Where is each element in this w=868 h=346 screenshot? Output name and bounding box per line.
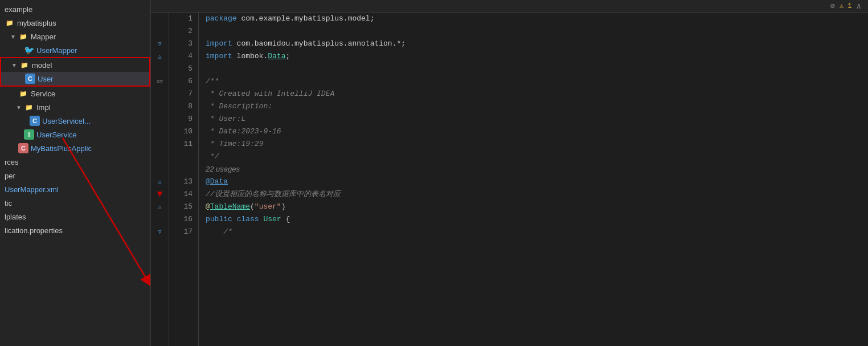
code-line-17: /* [206, 226, 868, 238]
chevron-up-icon[interactable]: ∧ [857, 1, 861, 11]
ln-5: 5 [171, 63, 193, 75]
gutter-2 [151, 25, 169, 38]
gutter-10 [151, 125, 169, 138]
ln-11: 11 [171, 138, 193, 150]
gutter-15: △ [151, 201, 169, 213]
code-line-7: * Created with IntelliJ IDEA [206, 88, 868, 100]
sidebar-item-example[interactable]: example [0, 2, 150, 16]
sidebar-item-usermapper[interactable]: 🐦 UserMapper [0, 43, 150, 57]
ln-4: 4 [171, 50, 193, 63]
code-line-3: import com.baomidou.mybatisplus.annotati… [206, 38, 868, 50]
code-area: ▽ △ ≡▽ △ ▼ △ [151, 13, 868, 346]
sidebar-item-licprops[interactable]: lication.properties [0, 223, 150, 237]
gutter-usages [151, 163, 169, 176]
code-line-15: @TableName("user") [206, 201, 868, 213]
sidebar-item-mybatisplus[interactable]: 📁 mybatisplus [0, 16, 150, 30]
code-line-4: import lombok.Data; [206, 50, 868, 63]
ln-7: 7 [171, 88, 193, 100]
folder-icon: 📁 [5, 18, 15, 28]
folder-icon: 📁 [18, 31, 28, 42]
gutter-4: △ [151, 50, 169, 63]
folder-icon: 📁 [18, 88, 28, 99]
sidebar-item-usermapperxml[interactable]: UserMapper.xml [0, 182, 150, 196]
sidebar-item-user[interactable]: C User [1, 72, 149, 86]
sidebar-item-rces[interactable]: rces [0, 155, 150, 169]
ln-14: 14 [171, 188, 193, 201]
code-line-10: * Date:2023-9-16 [206, 125, 868, 138]
sidebar-item-lplates[interactable]: lplates [0, 210, 150, 223]
code-line-1: package com.example.mybatisplus.model; [206, 13, 868, 25]
sidebar-tree: example 📁 mybatisplus ▼ 📁 Mapper 🐦 UserM… [0, 2, 150, 237]
editor-top-bar: ⊘ ⚠ 1 ∧ [151, 0, 868, 13]
gutter-17: ▽ [151, 226, 169, 238]
code-line-usages: 22 usages [206, 163, 868, 176]
ln-15: 15 [171, 201, 193, 213]
ln-17: 17 [171, 226, 193, 238]
gutter-13: △ [151, 176, 169, 188]
code-line-16: public class User { [206, 213, 868, 226]
code-line-13: @Data [206, 176, 868, 188]
sidebar: example 📁 mybatisplus ▼ 📁 Mapper 🐦 UserM… [0, 0, 151, 346]
ln-9: 9 [171, 113, 193, 125]
line-numbers: 1 2 3 4 5 6 7 8 9 10 11 12 13 14 15 16 1… [169, 13, 199, 346]
gutter-3: ▽ [151, 38, 169, 50]
folder-icon: 📁 [24, 102, 34, 112]
ln-2: 2 [171, 25, 193, 38]
ln-16: 16 [171, 213, 193, 226]
code-line-2 [206, 25, 868, 38]
ln-6: 6 [171, 75, 193, 88]
code-line-11: * Time:19:29 [206, 138, 868, 150]
sidebar-item-userservice[interactable]: I UserService [0, 128, 150, 141]
warning-count: ⚠ 1 [840, 2, 852, 10]
gutter-12 [151, 150, 169, 163]
editor-gutter: ▽ △ ≡▽ △ ▼ △ [151, 13, 169, 346]
sidebar-item-userserviceimpl[interactable]: C UserServiceI... [0, 114, 150, 128]
code-line-5 [206, 63, 868, 75]
sidebar-item-impl[interactable]: ▼ 📁 Impl [0, 100, 150, 114]
code-line-6: /** [206, 75, 868, 88]
gutter-1 [151, 13, 169, 25]
code-line-12: */ [206, 150, 868, 163]
collapse-arrow: ▼ [16, 104, 24, 111]
gutter-7 [151, 88, 169, 100]
folder-icon: 📁 [19, 60, 30, 70]
code-editor[interactable]: package com.example.mybatisplus.model; i… [199, 13, 868, 346]
ln-3: 3 [171, 38, 193, 50]
class-icon: C [30, 116, 40, 126]
sidebar-item-model[interactable]: ▼ 📁 model [1, 58, 149, 72]
code-line-8: * Description: [206, 100, 868, 113]
eye-slash-icon[interactable]: ⊘ [830, 1, 834, 11]
class-icon: C [18, 143, 28, 153]
code-line-14: //设置相应的名称与数据库中的表名对应 [206, 188, 868, 201]
ln-1: 1 [171, 13, 193, 25]
editor: ⊘ ⚠ 1 ∧ ▽ △ ≡▽ [151, 0, 868, 346]
sidebar-item-mapper[interactable]: ▼ 📁 Mapper [0, 30, 150, 43]
gutter-11 [151, 138, 169, 150]
ln-13: 13 [171, 176, 193, 188]
sidebar-item-per[interactable]: per [0, 169, 150, 182]
gutter-8 [151, 100, 169, 113]
ln-10: 10 [171, 125, 193, 138]
gutter-14: ▼ [151, 188, 169, 201]
class-icon: C [25, 74, 35, 84]
model-box: ▼ 📁 model C User [0, 57, 150, 87]
interface-icon: I [24, 129, 34, 140]
gutter-6: ≡▽ [151, 75, 169, 88]
ln-8: 8 [171, 100, 193, 113]
gutter-16 [151, 213, 169, 226]
mapper-icon: 🐦 [24, 45, 34, 55]
code-line-9: * User:L [206, 113, 868, 125]
gutter-5 [151, 63, 169, 75]
collapse-arrow: ▼ [11, 62, 19, 68]
arrow-icon: ▼ [10, 34, 18, 40]
sidebar-item-tic[interactable]: tic [0, 196, 150, 210]
sidebar-item-mybatisplusapp[interactable]: C MyBatisPlusApplic [0, 141, 150, 155]
gutter-9 [151, 113, 169, 125]
sidebar-item-service[interactable]: 📁 Service [0, 87, 150, 100]
